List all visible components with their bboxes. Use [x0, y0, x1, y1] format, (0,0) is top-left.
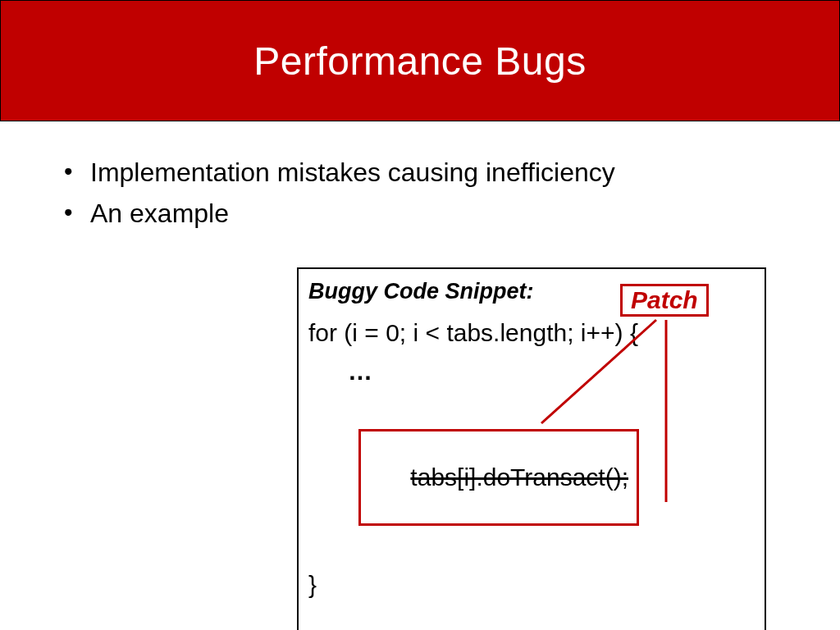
title-bar: Performance Bugs [0, 0, 840, 121]
body-area: Implementation mistakes causing ineffici… [0, 121, 840, 234]
patch-label: Patch [620, 284, 709, 317]
code-snippet-box: Buggy Code Snippet: for (i = 0; i < tabs… [297, 267, 766, 630]
code-removed-line: tabs[i].doTransact(); [308, 390, 755, 566]
slide-title: Performance Bugs [253, 39, 587, 84]
bullet-item: Implementation mistakes causing ineffici… [75, 153, 788, 194]
code-close-brace: } [308, 566, 755, 605]
code-line-for: for (i = 0; i < tabs.length; i++) { [308, 314, 755, 353]
bullet-item: An example [75, 194, 788, 235]
removed-call-box: tabs[i].doTransact(); [358, 429, 639, 527]
removed-call-text: tabs[i].doTransact(); [410, 463, 628, 491]
code-added-line: + doAggregateTransact(tabs); [308, 604, 755, 630]
code-ellipsis: … [308, 353, 755, 391]
bullet-list: Implementation mistakes causing ineffici… [75, 153, 788, 234]
